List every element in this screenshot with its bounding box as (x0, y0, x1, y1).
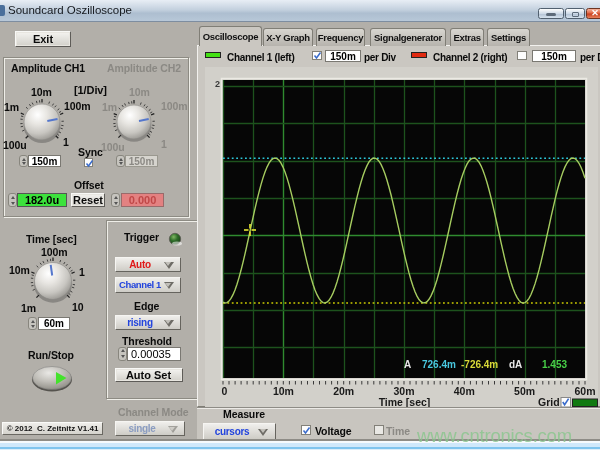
svg-text:40m: 40m (454, 385, 475, 397)
svg-text:A: A (404, 359, 411, 370)
svg-text:dA: dA (509, 359, 522, 370)
svg-text:0: 0 (222, 385, 228, 397)
svg-text:30m: 30m (393, 385, 414, 397)
svg-text:1.453: 1.453 (542, 359, 567, 370)
svg-text:Time [sec]: Time [sec] (379, 396, 431, 407)
svg-text:726.4m: 726.4m (422, 359, 456, 370)
svg-text:50m: 50m (514, 385, 535, 397)
svg-text:10m: 10m (273, 385, 294, 397)
svg-text:-726.4m: -726.4m (461, 359, 498, 370)
svg-text:20m: 20m (333, 385, 354, 397)
svg-text:Grid: Grid (538, 396, 560, 407)
svg-text:60m: 60m (574, 385, 595, 397)
